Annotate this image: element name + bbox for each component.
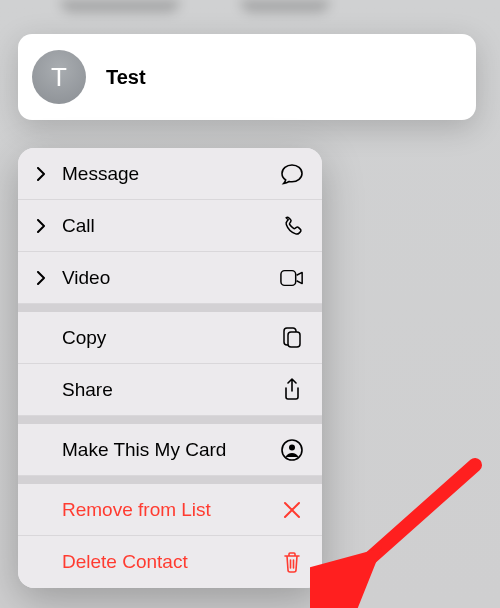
share-icon xyxy=(280,378,304,402)
contact-preview-card[interactable]: T Test xyxy=(18,34,476,120)
menu-item-label: Delete Contact xyxy=(62,551,280,573)
chevron-right-icon xyxy=(36,219,56,233)
menu-item-label: Share xyxy=(62,379,280,401)
menu-group-separator xyxy=(18,476,322,484)
svg-point-3 xyxy=(289,444,295,450)
svg-rect-0 xyxy=(281,270,296,285)
avatar-initial: T xyxy=(51,62,67,93)
menu-item-delete-contact[interactable]: Delete Contact xyxy=(18,536,322,588)
menu-item-remove-from-list[interactable]: Remove from List xyxy=(18,484,322,536)
menu-item-label: Video xyxy=(62,267,280,289)
trash-icon xyxy=(280,551,304,573)
menu-item-label: Message xyxy=(62,163,280,185)
menu-item-make-my-card[interactable]: Make This My Card xyxy=(18,424,322,476)
menu-group-separator xyxy=(18,304,322,312)
chevron-right-icon xyxy=(36,271,56,285)
avatar: T xyxy=(32,50,86,104)
video-icon xyxy=(280,269,304,287)
phone-icon xyxy=(280,215,304,237)
copy-icon xyxy=(280,327,304,349)
menu-item-label: Copy xyxy=(62,327,280,349)
menu-item-share[interactable]: Share xyxy=(18,364,322,416)
menu-item-message[interactable]: Message xyxy=(18,148,322,200)
menu-item-label: Remove from List xyxy=(62,499,280,521)
person-circle-icon xyxy=(280,439,304,461)
menu-item-call[interactable]: Call xyxy=(18,200,322,252)
menu-item-label: Call xyxy=(62,215,280,237)
speech-bubble-icon xyxy=(280,163,304,185)
x-icon xyxy=(280,501,304,519)
context-menu: Message Call Video Copy Share xyxy=(18,148,322,588)
menu-group-separator xyxy=(18,416,322,424)
contact-name: Test xyxy=(106,66,146,89)
svg-rect-1 xyxy=(288,332,300,347)
menu-item-video[interactable]: Video xyxy=(18,252,322,304)
menu-item-label: Make This My Card xyxy=(62,439,280,461)
menu-item-copy[interactable]: Copy xyxy=(18,312,322,364)
chevron-right-icon xyxy=(36,167,56,181)
